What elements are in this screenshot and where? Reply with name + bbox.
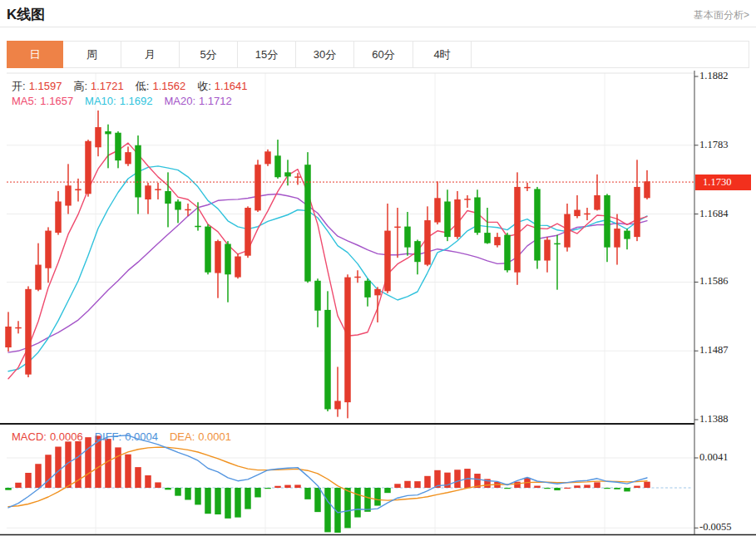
legend-label: DEA: (170, 430, 195, 443)
macd-bar-negative (195, 488, 201, 504)
candle-body (364, 281, 371, 298)
candle-body (15, 327, 22, 329)
macd-bar-positive (534, 486, 541, 488)
candle-body (205, 227, 211, 273)
candle-body (514, 187, 521, 273)
candle-body (165, 191, 171, 204)
candle-body (314, 281, 321, 311)
price-axis-label: 1.1783 (699, 139, 753, 151)
macd-bar-negative (324, 488, 331, 532)
legend-value: 1.1657 (40, 95, 73, 107)
macd-bar-negative (5, 488, 12, 490)
macd-bar-positive (634, 486, 640, 488)
candle-body (354, 277, 361, 278)
candle-body (225, 243, 231, 274)
candle-body (145, 185, 151, 199)
macd-axis-label: -0.0055 (699, 521, 753, 534)
candle-body (404, 227, 411, 248)
candle-wick (297, 173, 299, 184)
macd-bar-positive (145, 475, 151, 488)
legend-label: MA5: (12, 95, 37, 107)
macd-bar-negative (264, 488, 271, 489)
macd-bar-positive (294, 484, 301, 488)
macd-bar-positive (644, 482, 650, 488)
candle-body (105, 131, 111, 134)
legend-value: 0.0004 (125, 430, 158, 443)
macd-bar-positive (25, 473, 32, 488)
macd-bar-negative (354, 488, 361, 518)
candle-body (584, 214, 590, 215)
macd-bar-negative (215, 488, 221, 514)
price-axis-label: 1.1882 (699, 70, 753, 82)
macd-bar-negative (364, 488, 371, 512)
candle-wick (526, 183, 528, 191)
macd-bar-negative (374, 488, 381, 506)
candle-body (374, 289, 381, 296)
candle-body (294, 176, 301, 178)
macd-bar-negative (235, 488, 241, 518)
macd-bar-positive (404, 481, 411, 488)
candle-body (175, 201, 181, 209)
price-axis-label: 1.1487 (699, 344, 753, 357)
candle-body (524, 187, 531, 189)
legend-value: 1.1597 (29, 80, 62, 92)
candle-body (624, 231, 630, 239)
legend-value: 1.1712 (199, 95, 232, 107)
candle-body (424, 220, 431, 265)
diff-line (8, 435, 647, 513)
candle-body (5, 327, 12, 347)
candle-wick (337, 366, 338, 416)
candle-body (125, 152, 131, 164)
macd-bar-positive (574, 485, 581, 488)
candle-body (574, 210, 581, 217)
legend-value: 0.0006 (50, 430, 83, 443)
candle-body (75, 189, 82, 190)
candle-body (454, 199, 461, 237)
macd-bar-negative (384, 488, 391, 493)
legend-label: MACD: (12, 430, 47, 443)
candle-wick (397, 208, 398, 258)
candle-body (35, 265, 42, 290)
kline-app: K线图 基本面分析> 日周月5分15分30分60分4时 开:1.1597高:1.… (0, 0, 756, 536)
macd-bar-positive (85, 437, 91, 488)
legend-label: 低: (136, 80, 150, 92)
legend-label: MA20: (164, 95, 195, 107)
candle-body (414, 241, 421, 262)
candle-body (634, 187, 640, 237)
price-axis-label: 1.1586 (699, 275, 753, 288)
ohlc-legend: 开:1.1597高:1.1721低:1.1562收:1.1641 (12, 79, 259, 94)
candle-body (195, 226, 201, 228)
macd-bar-positive (155, 482, 161, 488)
macd-bar-positive (564, 488, 571, 489)
candle-body (245, 208, 251, 256)
macd-bar-positive (284, 485, 291, 488)
candle-body (564, 214, 571, 248)
price-axis-label: 1.1388 (699, 413, 753, 425)
candle-body (614, 229, 620, 248)
macd-bar-positive (135, 467, 141, 488)
candle-body (65, 185, 72, 205)
price-axis-label: 1.1684 (699, 208, 753, 220)
panel-divider (0, 423, 694, 425)
candle-body (444, 201, 451, 237)
macd-bar-negative (554, 488, 561, 490)
macd-bar-positive (394, 484, 401, 488)
candle-body (235, 257, 241, 278)
macd-bar-negative (314, 488, 321, 512)
candle-wick (467, 195, 468, 208)
macd-bar-negative (614, 488, 620, 489)
macd-bar-negative (175, 488, 181, 496)
candle-body (434, 198, 441, 222)
candle-body (604, 195, 610, 248)
candle-body (644, 181, 650, 198)
legend-value: 1.1692 (120, 95, 153, 107)
candle-body (115, 133, 121, 160)
macd-bar-negative (604, 488, 610, 489)
macd-bar-positive (414, 481, 421, 488)
macd-bar-negative (205, 488, 211, 514)
macd-bar-negative (624, 488, 630, 491)
macd-bar-negative (245, 488, 251, 509)
candle-body (554, 243, 561, 245)
candle-body (504, 235, 511, 271)
candle-body (215, 241, 221, 273)
